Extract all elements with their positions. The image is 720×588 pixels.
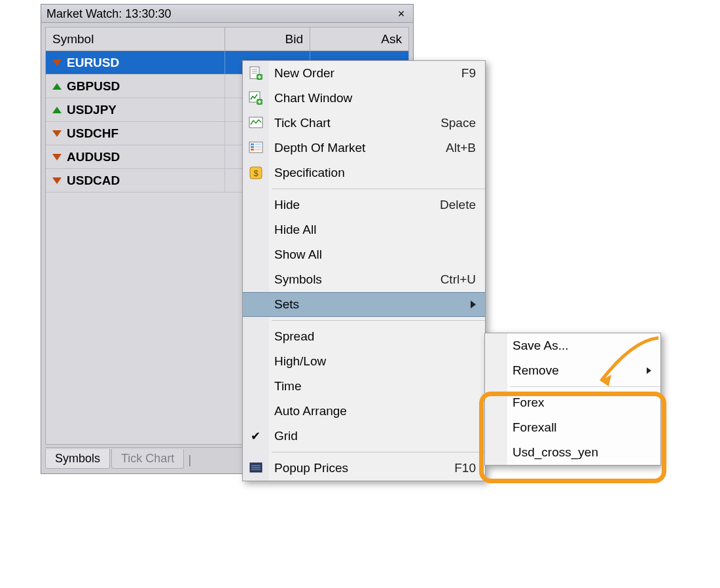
menu-auto-arrange[interactable]: Auto Arrange <box>243 399 485 424</box>
menu-shortcut: Ctrl+U <box>441 272 476 287</box>
svg-rect-17 <box>255 146 261 148</box>
menu-tick-chart[interactable]: Tick Chart Space <box>243 111 485 136</box>
svg-text:$: $ <box>253 168 259 178</box>
submenu-save-as[interactable]: Save As... <box>485 333 660 358</box>
close-icon[interactable]: × <box>395 7 408 20</box>
arrow-down-icon <box>52 129 62 138</box>
chart-window-icon <box>248 90 264 106</box>
submenu-arrow-icon <box>471 301 476 308</box>
menu-label: Show All <box>274 248 476 262</box>
arrow-down-icon <box>52 58 62 67</box>
menu-symbols[interactable]: Symbols Ctrl+U <box>243 267 485 292</box>
menu-new-order[interactable]: New Order F9 <box>243 61 485 86</box>
menu-label: Sets <box>274 297 465 312</box>
arrow-down-icon <box>52 153 62 162</box>
panel-titlebar[interactable]: Market Watch: 13:30:30 × <box>41 5 413 23</box>
menu-label: Depth Of Market <box>274 141 446 155</box>
submenu-label: Remove <box>513 363 647 378</box>
menu-grid[interactable]: ✔ Grid <box>243 424 485 449</box>
col-ask[interactable]: Ask <box>310 28 408 50</box>
context-menu: New Order F9 Chart Window Tick Chart Spa… <box>242 60 486 481</box>
popup-prices-icon <box>248 460 264 476</box>
submenu-label: Forexall <box>513 420 651 435</box>
submenu-arrow-icon <box>647 367 651 374</box>
submenu-remove[interactable]: Remove <box>485 358 660 383</box>
submenu-separator <box>510 386 660 387</box>
menu-label: Symbols <box>274 272 441 287</box>
svg-rect-15 <box>251 149 254 151</box>
tab-divider: | <box>185 452 194 469</box>
symbol-name: USDJPY <box>67 103 117 117</box>
new-order-icon <box>248 65 264 81</box>
menu-show-all[interactable]: Show All <box>243 242 485 267</box>
menu-shortcut: Delete <box>440 198 476 212</box>
symbol-name: AUDUSD <box>67 150 120 164</box>
menu-sets[interactable]: Sets <box>243 292 485 317</box>
menu-label: Specification <box>274 166 476 180</box>
menu-hide[interactable]: Hide Delete <box>243 193 485 217</box>
menu-label: Time <box>274 379 476 394</box>
menu-hide-all[interactable]: Hide All <box>243 217 485 242</box>
menu-separator <box>272 320 485 321</box>
menu-shortcut: Alt+B <box>446 141 476 155</box>
menu-label: New Order <box>274 66 461 81</box>
check-icon: ✔ <box>251 429 261 443</box>
menu-specification[interactable]: $ Specification <box>243 160 485 185</box>
menu-high-low[interactable]: High/Low <box>243 349 485 374</box>
menu-label: Tick Chart <box>274 116 441 130</box>
sets-submenu: Save As... Remove Forex Forexall Usd_cro… <box>484 333 661 466</box>
menu-time[interactable]: Time <box>243 374 485 399</box>
menu-separator <box>272 189 485 189</box>
menu-separator <box>272 452 485 452</box>
tab-tick-chart[interactable]: Tick Chart <box>111 449 184 469</box>
svg-rect-18 <box>255 149 261 151</box>
menu-popup-prices[interactable]: Popup Prices F10 <box>243 456 485 481</box>
column-headers: Symbol Bid Ask <box>46 28 408 51</box>
svg-rect-14 <box>251 146 254 148</box>
symbol-name: USDCAD <box>67 174 120 188</box>
menu-label: Chart Window <box>274 91 476 105</box>
menu-label: Auto Arrange <box>274 404 476 418</box>
depth-icon <box>248 140 264 156</box>
menu-shortcut: F10 <box>454 461 476 475</box>
menu-label: Spread <box>274 329 476 344</box>
menu-label: Grid <box>274 429 476 443</box>
panel-title-text: Market Watch: 13:30:30 <box>46 5 171 23</box>
menu-shortcut: F9 <box>461 66 476 81</box>
tab-symbols[interactable]: Symbols <box>45 449 110 469</box>
submenu-set-forex[interactable]: Forex <box>485 390 660 415</box>
tick-chart-icon <box>248 115 264 131</box>
menu-depth-of-market[interactable]: Depth Of Market Alt+B <box>243 136 485 160</box>
submenu-set-forexall[interactable]: Forexall <box>485 415 660 440</box>
menu-chart-window[interactable]: Chart Window <box>243 86 485 111</box>
svg-rect-16 <box>255 143 261 145</box>
submenu-set-usd-cross-yen[interactable]: Usd_cross_yen <box>485 440 660 465</box>
arrow-up-icon <box>52 105 62 115</box>
menu-label: Popup Prices <box>274 461 454 475</box>
menu-label: Hide All <box>274 223 476 237</box>
menu-shortcut: Space <box>441 116 476 130</box>
submenu-label: Usd_cross_yen <box>513 445 651 460</box>
menu-spread[interactable]: Spread <box>243 324 485 349</box>
arrow-down-icon <box>52 176 62 185</box>
symbol-name: GBPUSD <box>67 79 120 94</box>
symbol-name: EURUSD <box>67 56 119 70</box>
specification-icon: $ <box>248 165 264 181</box>
symbol-name: USDCHF <box>67 126 118 141</box>
svg-rect-13 <box>251 143 254 145</box>
submenu-label: Save As... <box>513 339 651 353</box>
col-symbol[interactable]: Symbol <box>46 28 225 50</box>
col-bid[interactable]: Bid <box>225 28 310 50</box>
arrow-up-icon <box>52 82 62 91</box>
menu-label: High/Low <box>274 354 476 369</box>
menu-label: Hide <box>274 198 440 212</box>
submenu-label: Forex <box>513 395 651 410</box>
